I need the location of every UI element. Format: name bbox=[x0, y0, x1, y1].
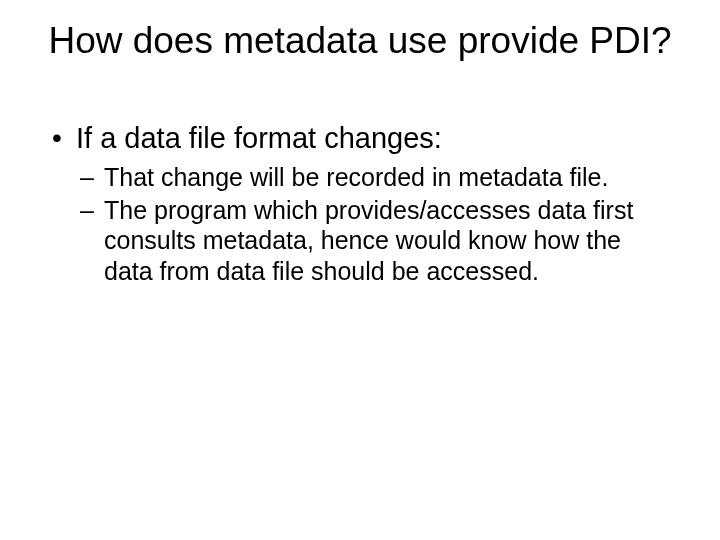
bullet-text: The program which provides/accesses data… bbox=[104, 196, 633, 285]
slide-body: If a data file format changes: That chan… bbox=[48, 120, 672, 292]
bullet-list-level1: If a data file format changes: That chan… bbox=[48, 120, 672, 286]
slide-title: How does metadata use provide PDI? bbox=[0, 20, 720, 62]
slide: How does metadata use provide PDI? If a … bbox=[0, 0, 720, 540]
bullet-list-level2: That change will be recorded in metadata… bbox=[76, 162, 672, 286]
list-item: If a data file format changes: That chan… bbox=[48, 120, 672, 286]
list-item: That change will be recorded in metadata… bbox=[76, 162, 672, 193]
list-item: The program which provides/accesses data… bbox=[76, 195, 672, 287]
bullet-text: That change will be recorded in metadata… bbox=[104, 163, 608, 191]
bullet-text: If a data file format changes: bbox=[76, 122, 442, 154]
